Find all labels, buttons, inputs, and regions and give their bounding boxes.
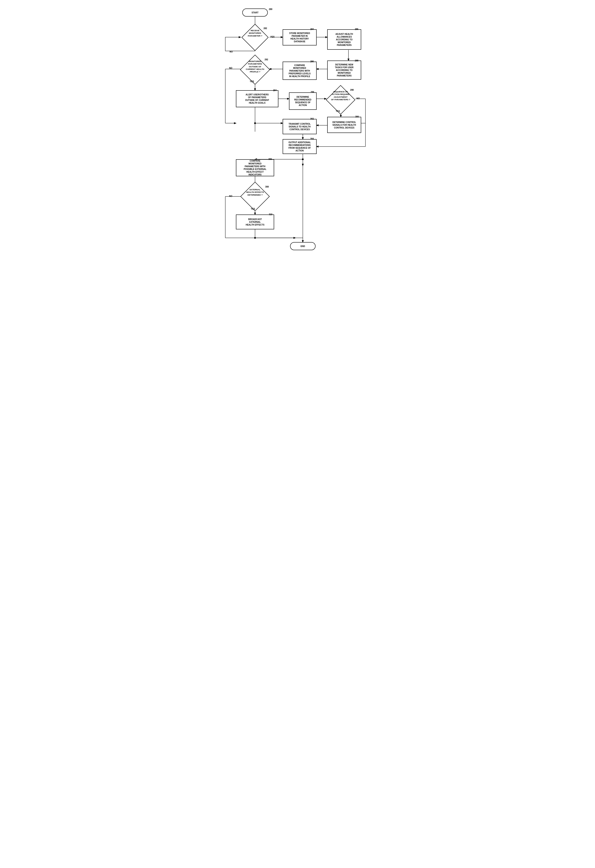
node-282-label: RECEIVEMONITOREDPARAMETER ?: [242, 29, 268, 37]
end-node: END: [290, 242, 316, 250]
node-294-label: ALERT USER/OTHERSOF PARAMETERSOUTSIDE OF…: [245, 93, 269, 104]
node-290-ref: 290: [310, 60, 314, 63]
node-284-ref: 284: [310, 28, 314, 30]
node-304-label: OUTPUT ADDITIONALRECOMMENDATIONSFROM SEQ…: [288, 141, 311, 152]
node-294: ALERT USER/OTHERSOF PARAMETERSOUTSIDE OF…: [236, 90, 278, 107]
node-298-no: NO: [357, 97, 360, 100]
node-304-ref: 304: [310, 137, 314, 140]
node-286: ADJUST HEALTHALLOWANCESACCORDING TOMONIT…: [327, 29, 361, 50]
node-308: EXTERNALHEALTH EFFECTSDETERMINED ?: [240, 186, 270, 207]
node-308-label: EXTERNALHEALTH EFFECTSDETERMINED ?: [241, 188, 269, 196]
node-286-label: ADJUST HEALTHALLOWANCESACCORDING TOMONIT…: [335, 33, 353, 47]
node-298-label: SEQUENCE OFACTION REQUIREADJUSTMENTOF PA…: [327, 90, 354, 101]
node-288: DETERMINE NEWTASKS FOR USERACCORDING TOM…: [327, 61, 361, 80]
node-302-label: TRANSMIT CONTROLSIGNALS TO HEALTHCONTROL…: [289, 123, 311, 131]
node-310-ref: 310: [269, 213, 272, 216]
node-302-ref: 302: [310, 118, 314, 120]
node-288-label: DETERMINE NEWTASKS FOR USERACCORDING TOM…: [335, 63, 354, 77]
node-306-label: COMPAREMONITOREDPARAMETERS WITHPOSSIBLE …: [244, 159, 266, 176]
node-284: STORE MONITOREDPARAMETER INHEALTH HISTOR…: [283, 29, 317, 46]
start-node: START: [242, 9, 268, 16]
node-282-no: NO: [230, 50, 233, 53]
end-label: END: [300, 245, 305, 248]
node-296-ref: 296: [311, 91, 314, 93]
node-292-yes: YES: [250, 80, 254, 83]
node-298-yes: YES: [336, 110, 340, 112]
flowchart-container: START 280 RECEIVEMONITOREDPARAMETER ? 28…: [213, 4, 382, 251]
node-288-ref: 288: [355, 59, 359, 62]
node-292-no: NO: [229, 67, 232, 69]
node-308-yes: YES: [251, 208, 255, 210]
start-ref: 280: [269, 8, 272, 10]
node-286-ref: 286: [355, 28, 359, 30]
node-300: DETERMINE CONTROLSIGNALS FOR HEALTHCONTR…: [327, 117, 361, 133]
node-282: RECEIVEMONITOREDPARAMETER ?: [241, 27, 269, 47]
node-296: DETERMINERECOMMENDEDSEQUENCE OFACTION: [289, 92, 317, 110]
node-296-label: DETERMINERECOMMENDEDSEQUENCE OFACTION: [294, 96, 312, 106]
node-300-ref: 300: [355, 115, 359, 118]
node-310: BROADCASTEXTERNALHEALTH EFFECTS: [236, 214, 274, 229]
node-292: MONITOREDPARAMETERSOUTSIDE OFCURRENT HEA…: [240, 58, 270, 81]
node-290: COMPAREMONITOREDPARAMETERS WITHPREFERRED…: [283, 62, 317, 80]
node-282-yes: YES: [270, 36, 275, 38]
start-label: START: [252, 11, 258, 14]
node-298: SEQUENCE OFACTION REQUIREADJUSTMENTOF PA…: [326, 89, 356, 111]
node-302: TRANSMIT CONTROLSIGNALS TO HEALTHCONTROL…: [283, 119, 317, 134]
node-306: COMPAREMONITOREDPARAMETERS WITHPOSSIBLE …: [236, 159, 274, 176]
node-284-label: STORE MONITOREDPARAMETER INHEALTH HISTOR…: [289, 32, 310, 43]
node-308-no: NO: [229, 195, 232, 197]
node-290-label: COMPAREMONITOREDPARAMETERS WITHPREFERRED…: [289, 64, 310, 78]
node-306-ref: 306: [269, 158, 272, 160]
node-292-label: MONITOREDPARAMETERSOUTSIDE OFCURRENT HEA…: [241, 60, 269, 73]
node-310-label: BROADCASTEXTERNALHEALTH EFFECTS: [246, 218, 264, 226]
node-304: OUTPUT ADDITIONALRECOMMENDATIONSFROM SEQ…: [283, 139, 317, 154]
node-300-label: DETERMINE CONTROLSIGNALS FOR HEALTHCONTR…: [332, 121, 356, 129]
node-294-ref: 294: [273, 89, 277, 92]
node-308-ref: 308: [265, 186, 269, 188]
